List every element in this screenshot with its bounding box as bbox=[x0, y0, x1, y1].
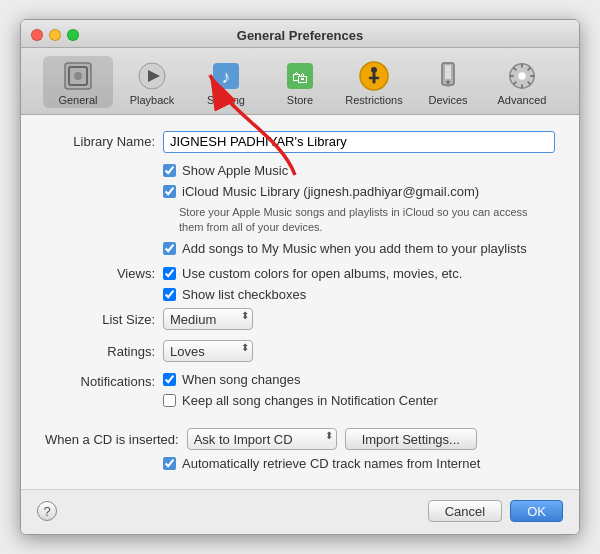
title-bar: General Preferences bbox=[21, 20, 579, 48]
icloud-music-row: iCloud Music Library (jignesh.padhiyar@g… bbox=[163, 184, 555, 199]
show-apple-music-row: Show Apple Music bbox=[163, 163, 555, 178]
cancel-button[interactable]: Cancel bbox=[428, 500, 502, 522]
ratings-select-wrapper: Stars Loves bbox=[163, 340, 253, 362]
when-song-changes-row: When song changes bbox=[163, 372, 438, 387]
icloud-music-label: iCloud Music Library (jignesh.padhiyar@g… bbox=[182, 184, 479, 199]
add-songs-checkbox[interactable] bbox=[163, 242, 176, 255]
auto-retrieve-row: Automatically retrieve CD track names fr… bbox=[163, 456, 555, 471]
add-songs-label: Add songs to My Music when you add them … bbox=[182, 241, 527, 256]
use-custom-colors-row: Use custom colors for open albums, movie… bbox=[163, 266, 462, 281]
show-list-checkboxes-checkbox[interactable] bbox=[163, 288, 176, 301]
advanced-icon bbox=[506, 60, 538, 92]
footer-right: Cancel OK bbox=[428, 500, 563, 522]
svg-text:🛍: 🛍 bbox=[292, 69, 308, 86]
store-icon: 🛍 bbox=[284, 60, 316, 92]
svg-text:♪: ♪ bbox=[222, 67, 231, 87]
toolbar-label-general: General bbox=[58, 94, 97, 106]
keep-all-changes-checkbox[interactable] bbox=[163, 394, 176, 407]
window-title: General Preferences bbox=[237, 28, 363, 43]
toolbar-item-devices[interactable]: Devices bbox=[413, 56, 483, 108]
toolbar-item-playback[interactable]: Playback bbox=[117, 56, 187, 108]
use-custom-colors-checkbox[interactable] bbox=[163, 267, 176, 280]
cd-select[interactable]: Ask to Import CD Import CD Import CD and… bbox=[187, 428, 337, 450]
views-label: Views: bbox=[45, 266, 155, 281]
footer-left: ? bbox=[37, 501, 57, 521]
svg-point-11 bbox=[371, 67, 377, 73]
restrictions-icon bbox=[358, 60, 390, 92]
views-row: Views: Use custom colors for open albums… bbox=[45, 266, 555, 302]
devices-icon bbox=[432, 60, 464, 92]
toolbar-item-sharing[interactable]: ♪ Sharing bbox=[191, 56, 261, 108]
import-settings-button[interactable]: Import Settings... bbox=[345, 428, 477, 450]
svg-point-3 bbox=[74, 72, 82, 80]
svg-point-14 bbox=[447, 80, 450, 83]
help-button[interactable]: ? bbox=[37, 501, 57, 521]
use-custom-colors-label: Use custom colors for open albums, movie… bbox=[182, 266, 462, 281]
toolbar-label-advanced: Advanced bbox=[498, 94, 547, 106]
auto-retrieve-label: Automatically retrieve CD track names fr… bbox=[182, 456, 480, 471]
footer: ? Cancel OK bbox=[21, 489, 579, 534]
toolbar-item-store[interactable]: 🛍 Store bbox=[265, 56, 335, 108]
toolbar-label-store: Store bbox=[287, 94, 313, 106]
toolbar-label-playback: Playback bbox=[130, 94, 175, 106]
notifications-label: Notifications: bbox=[45, 372, 155, 389]
minimize-button[interactable] bbox=[49, 29, 61, 41]
icloud-sub-text: Store your Apple Music songs and playlis… bbox=[179, 205, 555, 236]
close-button[interactable] bbox=[31, 29, 43, 41]
show-apple-music-checkbox[interactable] bbox=[163, 164, 176, 177]
playback-icon bbox=[136, 60, 168, 92]
toolbar-item-restrictions[interactable]: Restrictions bbox=[339, 56, 409, 108]
maximize-button[interactable] bbox=[67, 29, 79, 41]
list-size-row: List Size: Small Medium Large bbox=[45, 308, 555, 330]
toolbar: General Playback ♪ Shar bbox=[21, 48, 579, 115]
library-name-row: Library Name: bbox=[45, 131, 555, 153]
list-size-label: List Size: bbox=[45, 312, 155, 327]
when-song-changes-checkbox[interactable] bbox=[163, 373, 176, 386]
add-songs-row: Add songs to My Music when you add them … bbox=[163, 241, 555, 256]
svg-rect-15 bbox=[446, 85, 450, 87]
toolbar-label-restrictions: Restrictions bbox=[345, 94, 402, 106]
ok-button[interactable]: OK bbox=[510, 500, 563, 522]
ratings-row: Ratings: Stars Loves bbox=[45, 340, 555, 362]
content-area: Library Name: Show Apple Music iCloud Mu… bbox=[21, 115, 579, 490]
toolbar-label-sharing: Sharing bbox=[207, 94, 245, 106]
library-name-input[interactable] bbox=[163, 131, 555, 153]
cd-select-wrapper: Ask to Import CD Import CD Import CD and… bbox=[187, 428, 337, 450]
ratings-label: Ratings: bbox=[45, 344, 155, 359]
list-size-select-wrapper: Small Medium Large bbox=[163, 308, 253, 330]
icloud-music-checkbox[interactable] bbox=[163, 185, 176, 198]
svg-point-17 bbox=[518, 72, 526, 80]
show-list-checkboxes-label: Show list checkboxes bbox=[182, 287, 306, 302]
toolbar-item-advanced[interactable]: Advanced bbox=[487, 56, 557, 108]
general-icon bbox=[62, 60, 94, 92]
preferences-window: General Preferences General bbox=[20, 19, 580, 536]
cd-label: When a CD is inserted: bbox=[45, 432, 179, 447]
cd-insert-row: When a CD is inserted: Ask to Import CD … bbox=[45, 428, 555, 450]
toolbar-item-general[interactable]: General bbox=[43, 56, 113, 108]
toolbar-label-devices: Devices bbox=[428, 94, 467, 106]
notifications-row: Notifications: When song changes Keep al… bbox=[45, 372, 555, 408]
sharing-icon: ♪ bbox=[210, 60, 242, 92]
show-list-checkboxes-row: Show list checkboxes bbox=[163, 287, 462, 302]
auto-retrieve-checkbox[interactable] bbox=[163, 457, 176, 470]
traffic-lights bbox=[31, 29, 79, 41]
keep-all-changes-row: Keep all song changes in Notification Ce… bbox=[163, 393, 438, 408]
ratings-select[interactable]: Stars Loves bbox=[163, 340, 253, 362]
when-song-changes-label: When song changes bbox=[182, 372, 301, 387]
keep-all-changes-label: Keep all song changes in Notification Ce… bbox=[182, 393, 438, 408]
list-size-select[interactable]: Small Medium Large bbox=[163, 308, 253, 330]
library-name-label: Library Name: bbox=[45, 134, 155, 149]
svg-rect-13 bbox=[445, 65, 451, 79]
show-apple-music-label: Show Apple Music bbox=[182, 163, 288, 178]
